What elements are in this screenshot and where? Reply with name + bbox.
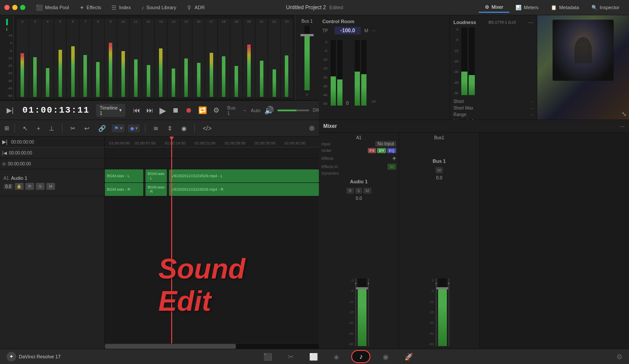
- track-lock-btn[interactable]: 🔒: [15, 183, 24, 190]
- close-button[interactable]: [4, 5, 10, 10]
- volume-slider[interactable]: [277, 110, 309, 111]
- track-volume[interactable]: 0.0: [3, 184, 13, 189]
- normalize-btn[interactable]: ⇕: [165, 123, 175, 134]
- track-nav: ▶|: [7, 106, 16, 114]
- marker-btn[interactable]: ◆ ▾: [128, 124, 140, 132]
- effects-in-btn[interactable]: In: [387, 164, 396, 170]
- speaker-icon[interactable]: 🔊: [264, 106, 274, 115]
- track-forward-btn[interactable]: ▶|: [7, 106, 14, 114]
- s-btn-A1[interactable]: S: [355, 188, 362, 194]
- clip-BGM-R-2[interactable]: BGM.wav - R: [145, 183, 167, 196]
- ruler-mark-3: 01:00:21:00: [195, 141, 216, 145]
- mixer-options-btn[interactable]: ···: [619, 123, 625, 130]
- track-s-btn[interactable]: S: [36, 183, 45, 190]
- trim-tool[interactable]: ⊥: [46, 123, 57, 134]
- sound-edit-watermark: Sound Edit: [159, 253, 266, 317]
- track-time-1: 00:00:00:00: [9, 151, 32, 155]
- nav-fusion-btn[interactable]: ◈: [330, 351, 342, 363]
- fader-handle-Bus1[interactable]: [436, 287, 449, 289]
- clip-marker-L: [355, 283, 356, 284]
- loudness-title: Loudness: [453, 20, 476, 25]
- menu-adr[interactable]: 🎙 ADR: [181, 3, 210, 13]
- track-controls: 0.0 🔒 R S M: [3, 183, 101, 190]
- scroll-thumb[interactable]: [105, 344, 236, 349]
- menu-media-pool[interactable]: ⬛ Media Pool: [31, 3, 74, 13]
- mixer-channel-Bus1: Bus1 Bus 1 M 0.0 0 -5 -10 -1: [399, 133, 480, 349]
- rewind-btn[interactable]: ⏮: [132, 105, 142, 116]
- clip-VID-R[interactable]: VID20201215224529.mp4 - R: [169, 183, 319, 196]
- m-btn-A1[interactable]: M: [363, 188, 371, 194]
- curved-tool[interactable]: ↩: [82, 123, 92, 134]
- cut-tool[interactable]: ✂: [68, 123, 78, 134]
- range-value: --: [530, 112, 533, 117]
- clip-BGM-R-1[interactable]: BGM.wav - R: [105, 183, 143, 196]
- mixer-panel-btn[interactable]: ⚙ Mixer: [479, 3, 509, 13]
- fader-handle-A1[interactable]: [356, 287, 368, 289]
- clip-VID-L[interactable]: VID20201215224529.mp4 - L: [169, 169, 319, 182]
- ctrl-bar-L: [331, 40, 336, 106]
- channel-bar-8: 8: [92, 19, 104, 98]
- track-m-btn[interactable]: M: [46, 183, 55, 190]
- top-right-panels: Control Room TP -100.0 M ··· 0 -5 -10 -1…: [319, 15, 629, 120]
- play-btn[interactable]: ▶: [158, 104, 167, 117]
- loop-btn[interactable]: 🔁: [197, 105, 208, 116]
- channel-bar-13: 13: [155, 19, 167, 98]
- nav-media-btn[interactable]: ⬛: [260, 351, 276, 363]
- stop-btn[interactable]: ⏹: [171, 105, 180, 116]
- select-tool[interactable]: ↖: [20, 123, 31, 134]
- settings-icon[interactable]: ⚙: [616, 353, 622, 361]
- track-time-row-1: [105, 148, 319, 158]
- dy-btn[interactable]: DY: [377, 148, 386, 153]
- add-tool[interactable]: +: [34, 123, 43, 134]
- toolbar: ⊞ ↖ + ⊥ ✂ ↩ 🔗 ⚑ ▾ ◆ ▾ ≋ ⇕: [0, 120, 319, 137]
- clip-BGM-L-1[interactable]: BGM.wav - L: [105, 169, 143, 182]
- track-nav-btn-2[interactable]: ⊙: [2, 161, 6, 166]
- m-btn-Bus1[interactable]: M: [435, 167, 443, 173]
- audio-track-header: A1 Audio 1 0.0 🔒 R S M: [0, 169, 104, 196]
- nav-deliver-btn[interactable]: 🚀: [401, 351, 417, 363]
- mixer-icon: ⚙: [485, 4, 489, 10]
- effects-add-btn[interactable]: +: [392, 155, 396, 162]
- metadata-panel-btn[interactable]: 📋 Metadata: [545, 3, 585, 12]
- waveform-btn[interactable]: ≋: [151, 123, 161, 134]
- nav-color-btn[interactable]: ◉: [379, 351, 392, 363]
- menu-index[interactable]: ☰ Index: [106, 3, 136, 13]
- nav-forward-btn[interactable]: ▶|: [2, 139, 7, 145]
- track-r-btn[interactable]: R: [25, 183, 34, 190]
- r-btn-A1[interactable]: R: [346, 188, 354, 194]
- nav-edit-btn[interactable]: ⬜: [306, 351, 321, 363]
- settings-btn[interactable]: ⚙: [212, 105, 221, 116]
- ctrl-dots: ···: [372, 28, 376, 33]
- fx-btn[interactable]: FX: [368, 148, 377, 153]
- loudness-short: Short --: [453, 99, 533, 104]
- clip-BGM-L-2[interactable]: BGM.wav - L: [145, 169, 167, 182]
- link-tool[interactable]: 🔗: [96, 123, 108, 134]
- meters-icon: 📊: [515, 5, 522, 10]
- fast-forward-btn[interactable]: ⏭: [145, 105, 155, 116]
- fader-track-A1[interactable]: [358, 278, 366, 346]
- menu-effects[interactable]: ✦ Effects: [74, 3, 106, 13]
- flag-btn[interactable]: ⚑ ▾: [112, 124, 124, 132]
- menu-sound-library[interactable]: ♪ Sound Library: [136, 3, 181, 13]
- fader-track-Bus1[interactable]: [438, 278, 447, 346]
- grid-view-btn[interactable]: ⊞: [4, 125, 9, 131]
- channel-label-A1: A1: [356, 135, 361, 140]
- code-btn[interactable]: </>: [200, 123, 214, 134]
- expand-btn[interactable]: ⤡: [622, 110, 627, 117]
- timeline-scrollbar[interactable]: [105, 343, 319, 349]
- maximize-button[interactable]: [20, 5, 25, 10]
- timeline-selector[interactable]: Timeline 1 ▾: [96, 104, 125, 117]
- nav-cut-btn[interactable]: ✂: [284, 351, 297, 363]
- nav-fairlight-btn[interactable]: ♪: [351, 350, 370, 363]
- snap-btn[interactable]: ◉: [179, 123, 189, 134]
- record-btn[interactable]: ⏺: [184, 105, 194, 116]
- inspector-panel-btn[interactable]: 🔍 Inspector: [585, 3, 626, 12]
- bus1-fader-track[interactable]: [304, 26, 310, 90]
- meters-panel-btn[interactable]: 📊 Meters: [509, 3, 545, 12]
- loudness-dots[interactable]: ···: [528, 19, 533, 26]
- minimize-button[interactable]: [12, 5, 17, 10]
- eq-btn[interactable]: EQ: [387, 148, 396, 153]
- bus1-fader-handle[interactable]: [301, 34, 314, 36]
- track-nav-btn-1[interactable]: |◀: [2, 151, 7, 155]
- loudness-standard: BS.1770-1 (LU): [488, 20, 516, 24]
